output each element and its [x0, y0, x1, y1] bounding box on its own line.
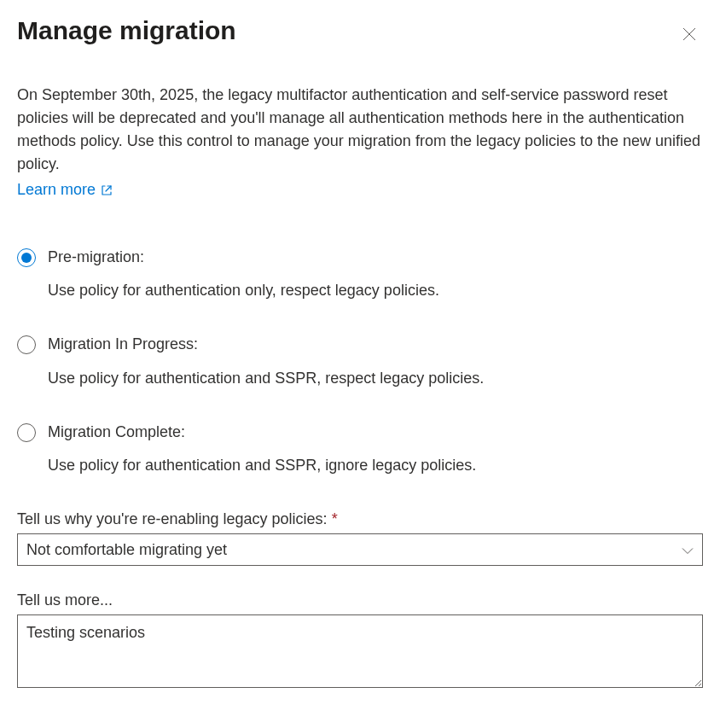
close-button[interactable] — [676, 20, 703, 48]
more-field-label: Tell us more... — [17, 591, 703, 609]
option-description: Use policy for authentication only, resp… — [48, 280, 703, 301]
reason-select[interactable]: Not comfortable migrating yet — [17, 533, 703, 566]
chevron-down-icon — [682, 541, 694, 559]
option-label: Migration In Progress: — [48, 334, 703, 355]
learn-more-label: Learn more — [17, 181, 96, 199]
option-label: Pre-migration: — [48, 247, 703, 268]
option-description: Use policy for authentication and SSPR, … — [48, 455, 703, 476]
reason-select-value: Not comfortable migrating yet — [26, 541, 227, 559]
external-link-icon — [101, 184, 113, 196]
option-migration-complete[interactable]: Migration Complete: Use policy for authe… — [17, 422, 703, 476]
close-icon — [682, 27, 696, 41]
option-migration-in-progress[interactable]: Migration In Progress: Use policy for au… — [17, 334, 703, 388]
radio-migration-complete[interactable] — [17, 423, 36, 442]
required-asterisk: * — [332, 510, 338, 527]
migration-options-group: Pre-migration: Use policy for authentica… — [17, 247, 703, 476]
learn-more-link[interactable]: Learn more — [17, 181, 113, 199]
option-pre-migration[interactable]: Pre-migration: Use policy for authentica… — [17, 247, 703, 301]
radio-migration-in-progress[interactable] — [17, 335, 36, 354]
option-description: Use policy for authentication and SSPR, … — [48, 368, 703, 389]
intro-paragraph: On September 30th, 2025, the legacy mult… — [17, 84, 703, 176]
page-title: Manage migration — [17, 15, 236, 46]
option-label: Migration Complete: — [48, 422, 703, 443]
tell-us-more-textarea[interactable] — [17, 614, 703, 688]
radio-pre-migration[interactable] — [17, 248, 36, 267]
reason-field-label: Tell us why you're re-enabling legacy po… — [17, 510, 703, 528]
